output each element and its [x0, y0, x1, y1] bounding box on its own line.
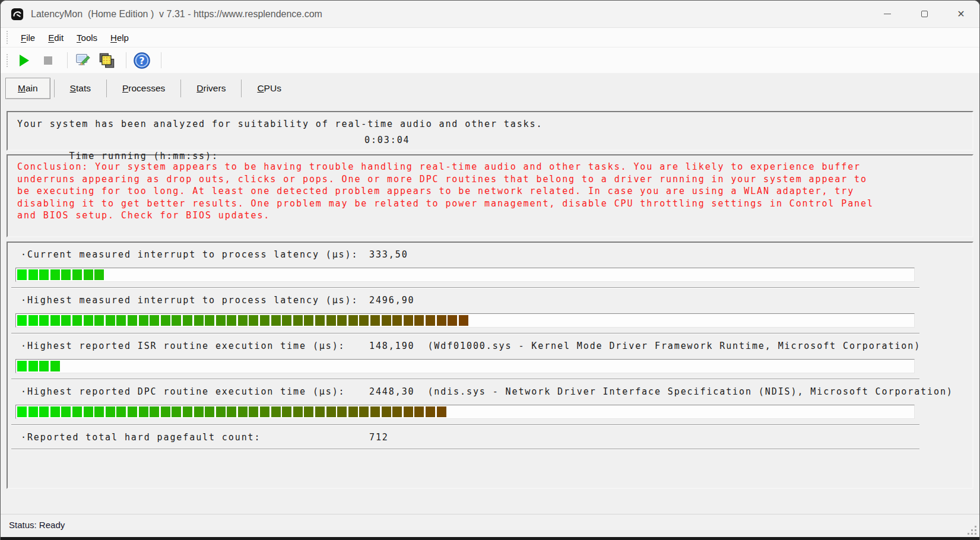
measurement-label: ·Current measured interrupt to process l… [8, 249, 972, 261]
latency-bar-segment [139, 406, 148, 417]
tab-separator [180, 80, 181, 97]
latency-bar-segment [106, 406, 115, 417]
tab-drivers[interactable]: Drivers [185, 78, 237, 99]
latency-bar-segment [282, 315, 291, 326]
view-options-button[interactable] [97, 51, 117, 70]
latency-bar-segment [459, 315, 468, 326]
latency-bar-segment [106, 315, 115, 326]
latency-bar-segment [326, 406, 336, 417]
latency-bar-segment [84, 269, 93, 280]
latency-bar-segment [61, 315, 71, 326]
report-button[interactable] [73, 51, 93, 70]
latency-bar-segment [139, 315, 148, 326]
latency-bar-segment [348, 315, 358, 326]
latency-bar-segment [271, 406, 281, 417]
menu-tools[interactable]: Tools [70, 30, 104, 45]
minimize-icon [884, 14, 891, 15]
layers-icon [99, 52, 115, 69]
app-icon [11, 8, 24, 21]
question-mark-icon: ? [133, 52, 151, 69]
time-running-row: Time running (h:mm:ss): 0:03:04 [17, 132, 972, 148]
latency-bar-segment [194, 406, 204, 417]
latency-bar-segment [315, 315, 325, 326]
latency-bar-segment [426, 315, 435, 326]
toolbar-separator [67, 52, 68, 68]
latency-bar-segment [227, 406, 236, 417]
tab-main[interactable]: Main [5, 78, 50, 99]
latency-bar-segment [293, 315, 303, 326]
measurement-label: ·Highest reported ISR routine execution … [8, 341, 972, 352]
menu-edit[interactable]: Edit [42, 30, 70, 45]
minimize-button[interactable] [869, 1, 906, 27]
latency-bar-segment [72, 269, 82, 280]
latency-bar-segment [304, 406, 313, 417]
latency-bar-segment [359, 406, 369, 417]
tab-processes[interactable]: Processes [110, 78, 177, 99]
latency-bar-segment [437, 406, 446, 417]
latency-bar-segment [282, 406, 291, 417]
toolbar: ? [1, 47, 979, 73]
latency-bar-segment [39, 315, 49, 326]
title-bar: LatencyMon (Home Edition ) v 7.31 - http… [1, 1, 979, 27]
stop-icon [44, 56, 52, 65]
latency-bar-segment [94, 269, 104, 280]
latency-bar-segment [337, 315, 347, 326]
time-running-value: 0:03:04 [364, 132, 410, 148]
latency-bar-segment [216, 406, 226, 417]
tab-stats[interactable]: Stats [58, 78, 103, 99]
latency-bar-segment [72, 315, 82, 326]
latency-bar-segment [28, 315, 38, 326]
latency-bar-segment [382, 406, 391, 417]
latency-bar-segment [359, 315, 369, 326]
latency-bar-segment [304, 315, 313, 326]
maximize-button[interactable] [906, 1, 943, 27]
latency-bar-segment [205, 406, 214, 417]
latency-bar-segment [161, 315, 170, 326]
tab-cpus[interactable]: CPUs [245, 78, 293, 99]
latency-bar-segment [172, 315, 181, 326]
menu-file[interactable]: File [14, 30, 42, 45]
window-bottom-edge [1, 537, 979, 540]
latency-bar-segment [72, 406, 82, 417]
measurement-label: ·Highest measured interrupt to process l… [8, 295, 972, 306]
latency-bar-segment [370, 315, 380, 326]
latency-bar-segment [17, 315, 27, 326]
row-separator [11, 379, 919, 380]
latency-bar-segment [28, 361, 38, 371]
main-content: Your system has been analyzed for suitab… [1, 104, 979, 489]
measurement-label: ·Highest reported DPC routine execution … [8, 386, 972, 398]
latency-bar-segment [249, 406, 258, 417]
monitor-pen-icon [75, 52, 91, 69]
latency-bar-segment [448, 315, 457, 326]
close-button[interactable]: ✕ [943, 1, 979, 27]
latency-bar-segment [116, 315, 126, 326]
latency-bar-segment [271, 315, 281, 326]
start-monitor-button[interactable] [14, 51, 34, 70]
latency-bar-segment [39, 406, 49, 417]
measurements-panel: ·Current measured interrupt to process l… [7, 242, 973, 489]
status-text: Status: Ready [1, 514, 979, 530]
help-button[interactable]: ? [132, 51, 152, 70]
latency-bar-segment [17, 361, 27, 371]
resize-grip[interactable] [968, 526, 976, 535]
latency-bar-segment [183, 315, 192, 326]
menu-gripper [7, 31, 8, 44]
latency-bar-segment [17, 406, 27, 417]
latency-bar-segment [84, 406, 93, 417]
measurement-label: ·Reported total hard pagefault count:712 [8, 432, 972, 443]
latency-bar-segment [116, 406, 126, 417]
latency-bar-segment [50, 315, 60, 326]
analysis-headline: Your system has been analyzed for suitab… [17, 116, 972, 132]
latency-bar-segment [382, 315, 391, 326]
latency-bar-segment [172, 406, 181, 417]
toolbar-separator [126, 52, 126, 68]
latency-bar-segment [404, 406, 413, 417]
close-icon: ✕ [957, 9, 965, 19]
latency-bar-segment [404, 315, 413, 326]
latency-bar-segment [414, 315, 424, 326]
stop-monitor-button[interactable] [38, 51, 58, 70]
latency-bar-segment [326, 315, 336, 326]
latency-bar-segment [61, 269, 71, 280]
latency-bar-segment [50, 406, 60, 417]
menu-help[interactable]: Help [104, 30, 135, 45]
